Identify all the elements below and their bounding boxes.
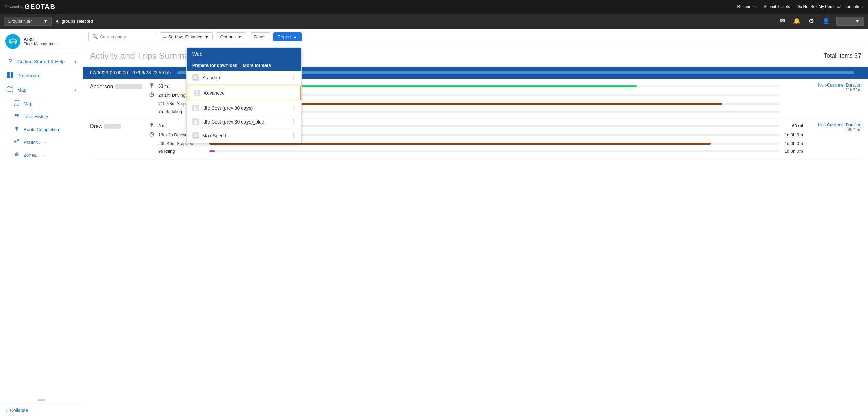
groups-filter-label: Groups filter [8,19,32,24]
dashboard-label: Dashboard [17,73,77,78]
options-label: Options [220,34,236,39]
report-item-standard[interactable]: 📄 Standard ⋮ [187,71,301,85]
duration-drew: 23h 46m [807,127,861,132]
name-placeholder [104,124,121,129]
svg-point-12 [17,114,19,116]
idle-cost-30-more-icon[interactable]: ⋮ [291,105,296,111]
trips-history-icon [13,113,20,120]
idle-cost-30-label: Idle Cost (prev 30 days) [202,105,287,111]
sidebar-item-getting-started[interactable]: ? Getting Started & Help ▼ [0,55,83,69]
sidebar-item-map-parent[interactable]: Map ▲ [0,83,83,97]
chevron-down-icon: ▼ [43,19,48,24]
report-item-max-speed[interactable]: 📄 Max Speed ⋮ [187,129,301,143]
report-download-bar: Prepare for download More formats [187,60,301,71]
all-groups-label: All groups selected [56,19,93,24]
main-layout: AT&T Fleet Management ? Getting Started … [0,29,868,417]
svg-point-15 [16,128,17,129]
user-icon-button[interactable]: 👤 [821,16,831,26]
stat-row-idling-drew: 9s Idling 1d 0h 0m [148,149,803,154]
distance-icon [148,83,155,89]
sidebar: AT&T Fleet Management ? Getting Started … [0,29,83,417]
top-navigation: Powered by GEOTAB Resources Submit Ticke… [0,0,868,14]
sidebar-item-route-completion[interactable]: Route Completion [0,123,83,136]
search-input[interactable] [100,34,153,39]
map-parent-icon [6,86,14,94]
detail-button[interactable]: Detail [250,32,270,41]
geotab-logo-text: GEOTAB [25,3,55,11]
collapse-arrow-icon: ‹ [5,407,7,413]
search-box[interactable]: 🔍 [88,32,156,41]
svg-point-17 [18,139,19,141]
advanced-label: Advanced [204,90,286,96]
svg-point-16 [14,141,16,142]
sidebar-item-map[interactable]: Map [0,97,83,110]
svg-marker-9 [7,86,13,92]
drew-right: Non-Customer Duration 23h 46m [807,122,861,132]
detail-label: Detail [254,34,265,39]
prepare-download-button[interactable]: Prepare for download [192,63,238,68]
distance-icon-drew [148,122,155,129]
sidebar-item-trips-history[interactable]: Trips History [0,110,83,123]
person-name-anderson: Anderson [90,83,144,90]
routes-arrow-icon: › [45,140,46,144]
report-item-idle-cost-30[interactable]: 📄 Idle Cost (prev 30 days) ⋮ [187,101,301,115]
idle-cost-30-blue-more-icon[interactable]: ⋮ [291,118,296,125]
sort-button[interactable]: ≡ Sort by: Distance ▼ [160,32,213,41]
search-icon: 🔍 [92,34,98,39]
resources-link[interactable]: Resources [737,4,757,9]
non-customer-label-drew: Non-Customer Duration [807,122,861,127]
anderson-right: Non-Customer Duration 21h 58m [807,83,861,92]
groups-filter-button[interactable]: Groups filter ▼ [4,17,52,26]
groups-bar: Groups filter ▼ All groups selected ✉ 🔔 … [0,14,868,29]
name-placeholder [115,84,142,89]
standard-more-icon[interactable]: ⋮ [291,74,296,81]
chevron-up-icon: ▲ [74,88,77,92]
max-speed-icon: 📄 [192,132,199,139]
advanced-more-icon[interactable]: ⋮ [289,90,295,96]
user-account-button[interactable]: ▼ [836,17,864,26]
svg-point-25 [151,124,152,125]
svg-rect-7 [7,75,10,78]
gear-icon-button[interactable]: ⚙ [807,16,815,26]
main-content: 🔍 ≡ Sort by: Distance ▼ Options ▼ Detail… [83,29,868,417]
sidebar-item-routes[interactable]: Routes... › [0,136,83,149]
geotab-logo: Powered by GEOTAB [5,3,55,11]
toolbar: 🔍 ≡ Sort by: Distance ▼ Options ▼ Detail… [83,29,868,45]
report-button[interactable]: Report ▲ [273,32,302,41]
report-dropdown: Web Prepare for download More formats 📄 … [186,47,302,143]
standard-report-icon: 📄 [192,74,199,81]
help-icon: ? [6,58,14,65]
report-chevron-icon: ▲ [293,34,297,39]
more-formats-button[interactable]: More formats [243,63,271,68]
user-name-label [841,19,853,24]
sidebar-brand: AT&T Fleet Management [0,29,83,53]
sidebar-collapse-button[interactable]: ‹ Collapse [0,403,83,417]
person-name-drew: Drew [90,122,144,129]
sidebar-item-zones[interactable]: Zones... › [0,149,83,162]
idling-drew-label: 9s Idling [158,149,206,154]
do-not-sell-link[interactable]: Do Not Sell My Personal Information [797,4,863,9]
sidebar-navigation: ? Getting Started & Help ▼ Dashboard [0,53,83,397]
max-speed-more-icon[interactable]: ⋮ [291,132,296,139]
mail-icon-button[interactable]: ✉ [778,16,786,26]
idling-bar-drew [209,150,215,152]
report-web-option[interactable]: Web [187,48,301,60]
user-chevron-icon: ▼ [855,19,860,24]
svg-marker-10 [14,100,19,106]
sidebar-item-dashboard[interactable]: Dashboard [0,69,83,83]
submit-tickets-link[interactable]: Submit Tickets [764,4,790,9]
trips-history-label: Trips History [24,114,48,119]
bell-icon-button[interactable]: 🔔 [792,16,802,26]
report-item-idle-cost-30-blue[interactable]: 📄 Idle Cost (prev 30 days)_blue ⋮ [187,115,301,129]
collapse-label: Collapse [10,407,28,413]
non-customer-label-anderson: Non-Customer Duration [807,83,861,88]
options-button[interactable]: Options ▼ [216,32,246,41]
groups-bar-actions: ✉ 🔔 ⚙ 👤 ▼ [778,16,864,26]
map-parent-label: Map [17,87,70,93]
routes-icon [13,139,20,146]
idle-cost-30-blue-icon: 📄 [192,118,199,125]
routes-label: Routes... [24,140,41,145]
driving-drew-value: 1d 0h 0m [783,132,803,137]
options-chevron-icon: ▼ [238,34,242,39]
report-item-advanced[interactable]: 📄 Advanced ⋮ [188,86,301,100]
